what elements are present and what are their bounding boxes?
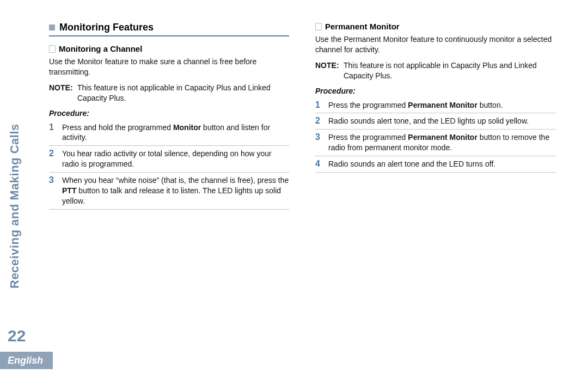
step-text-part: Press the programmed <box>328 133 408 142</box>
procedure-step: 3 Press the programmed Permanent Monitor… <box>315 130 555 156</box>
right-column: Permanent Monitor Use the Permanent Moni… <box>315 22 555 210</box>
section-title-row: Monitoring Features <box>49 22 289 33</box>
step-text-part: button to talk and release it to listen.… <box>62 186 281 205</box>
left-column: Monitoring Features Monitoring a Channel… <box>49 22 289 210</box>
step-number: 4 <box>315 159 323 169</box>
step-text: Press the programmed Permanent Monitor b… <box>328 132 555 153</box>
step-text-bold: Permanent Monitor <box>408 101 477 109</box>
step-text-part: button. <box>477 101 503 109</box>
note-label: NOTE: <box>315 60 344 81</box>
procedure-label: Procedure: <box>49 109 289 118</box>
side-chapter-label: Receiving and Making Calls <box>8 124 22 289</box>
content-columns: Monitoring Features Monitoring a Channel… <box>49 22 555 210</box>
clipboard-icon <box>315 23 322 30</box>
procedure-step: 2 You hear radio activity or total silen… <box>49 146 289 173</box>
step-text: You hear radio activity or total silence… <box>62 149 289 169</box>
step-number: 1 <box>49 122 57 132</box>
note-row: NOTE: This feature is not applicable in … <box>315 60 555 81</box>
subsection-row: Monitoring a Channel <box>49 44 289 53</box>
body-text: Use the Permanent Monitor feature to con… <box>315 34 555 55</box>
step-text-part: Press the programmed <box>328 101 408 109</box>
clipboard-icon <box>49 45 56 53</box>
page-number: 22 <box>8 327 26 345</box>
step-text-bold: Permanent Monitor <box>408 133 477 142</box>
language-bar: English <box>0 352 53 369</box>
procedure-step: 2 Radio sounds alert tone, and the LED l… <box>315 113 555 130</box>
step-text: Press and hold the programmed Monitor bu… <box>62 122 289 143</box>
procedure-step: 1 Press the programmed Permanent Monitor… <box>315 97 555 114</box>
step-number: 2 <box>49 149 57 158</box>
step-text: Radio sounds an alert tone and the LED t… <box>328 159 555 169</box>
step-number: 3 <box>49 175 57 185</box>
section-title: Monitoring Features <box>59 22 154 33</box>
note-label: NOTE: <box>49 83 77 103</box>
section-rule <box>49 35 289 36</box>
step-text-bold: PTT <box>62 186 76 195</box>
step-text: Radio sounds alert tone, and the LED lig… <box>328 116 555 126</box>
subsection-title: Permanent Monitor <box>325 22 400 31</box>
page: Monitoring Features Monitoring a Channel… <box>0 0 588 380</box>
procedure-step: 1 Press and hold the programmed Monitor … <box>49 120 289 146</box>
procedure-step: 3 When you hear “white noise” (that is, … <box>49 173 289 210</box>
note-row: NOTE: This feature is not applicable in … <box>49 83 289 103</box>
note-text: This feature is not applicable in Capaci… <box>77 83 289 103</box>
step-number: 1 <box>315 100 323 110</box>
step-text: When you hear “white noise” (that is, th… <box>62 175 289 206</box>
step-text-part: Press and hold the programmed <box>62 123 173 132</box>
subsection-row: Permanent Monitor <box>315 22 555 31</box>
body-text: Use the Monitor feature to make sure a c… <box>49 57 289 77</box>
procedure-label: Procedure: <box>315 87 555 95</box>
language-label: English <box>8 355 43 366</box>
procedure-step: 4 Radio sounds an alert tone and the LED… <box>315 156 555 173</box>
square-bullet-icon <box>49 24 55 30</box>
step-text-part: When you hear “white noise” (that is, th… <box>62 176 289 185</box>
subsection-title: Monitoring a Channel <box>59 44 142 53</box>
step-number: 3 <box>315 132 323 142</box>
step-text: Press the programmed Permanent Monitor b… <box>328 100 555 111</box>
step-number: 2 <box>315 116 323 126</box>
step-text-bold: Monitor <box>173 123 201 132</box>
note-text: This feature is not applicable in Capaci… <box>344 60 555 81</box>
